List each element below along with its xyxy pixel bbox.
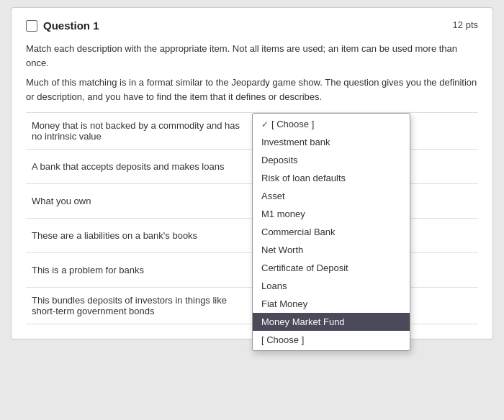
dropdown-item-deposits[interactable]: Deposits: [253, 151, 410, 169]
description-cell: This bundles deposits of investors in th…: [26, 288, 252, 324]
dropdown-item-loans[interactable]: Loans: [253, 277, 410, 295]
description-text: This bundles deposits of investors in th…: [32, 295, 227, 316]
match-table: Money that is not backed by a commodity …: [26, 113, 478, 324]
question-title: Question 1: [43, 19, 99, 32]
question-points: 12 pts: [453, 19, 478, 30]
question-header: Question 1 12 pts: [26, 19, 478, 32]
description-cell: A bank that accepts deposits and makes l…: [26, 150, 252, 184]
select-cell: [ Choose ] Investment bank Deposits Risk…: [252, 113, 478, 150]
question-card: Question 1 12 pts Match each description…: [11, 7, 493, 339]
description-cell: What you own: [26, 184, 252, 219]
question-instructions: Match each description with the appropri…: [26, 42, 478, 104]
dropdown-item-net-worth[interactable]: Net Worth: [253, 241, 410, 259]
dropdown-item-asset[interactable]: Asset: [253, 187, 410, 205]
description-cell: This is a problem for banks: [26, 253, 252, 288]
description-text: Money that is not backed by a commodity …: [32, 120, 240, 142]
description-text: These are a liabilities on a bank's book…: [32, 230, 197, 241]
dropdown-item-certificate-deposit[interactable]: Certificate of Deposit: [253, 259, 410, 277]
instruction-1: Match each description with the appropri…: [26, 42, 478, 70]
description-text: What you own: [32, 196, 91, 206]
description-text: This is a problem for banks: [32, 265, 144, 275]
instruction-2: Much of this matching is in a format sim…: [26, 76, 478, 104]
dropdown-item-fiat-money[interactable]: Fiat Money: [253, 295, 410, 313]
dropdown-item-money-market-fund[interactable]: Money Market Fund: [253, 313, 410, 331]
description-cell: Money that is not backed by a commodity …: [26, 113, 252, 150]
dropdown-item-choose-bottom[interactable]: [ Choose ]: [253, 331, 410, 349]
dropdown-item-m1-money[interactable]: M1 money: [253, 205, 410, 223]
checkbox-icon: [26, 20, 37, 32]
question-title-area: Question 1: [26, 19, 99, 32]
dropdown-item-commercial-bank[interactable]: Commercial Bank: [253, 223, 410, 241]
description-text: A bank that accepts deposits and makes l…: [32, 161, 224, 172]
dropdown-overlay[interactable]: [ Choose ] Investment bank Deposits Risk…: [252, 113, 410, 351]
dropdown-item-investment-bank[interactable]: Investment bank: [253, 133, 410, 151]
dropdown-item-risk-loan-defaults[interactable]: Risk of loan defaults: [253, 169, 410, 187]
dropdown-item-choose[interactable]: [ Choose ]: [253, 115, 410, 133]
match-row: Money that is not backed by a commodity …: [26, 113, 478, 150]
description-cell: These are a liabilities on a bank's book…: [26, 219, 252, 253]
